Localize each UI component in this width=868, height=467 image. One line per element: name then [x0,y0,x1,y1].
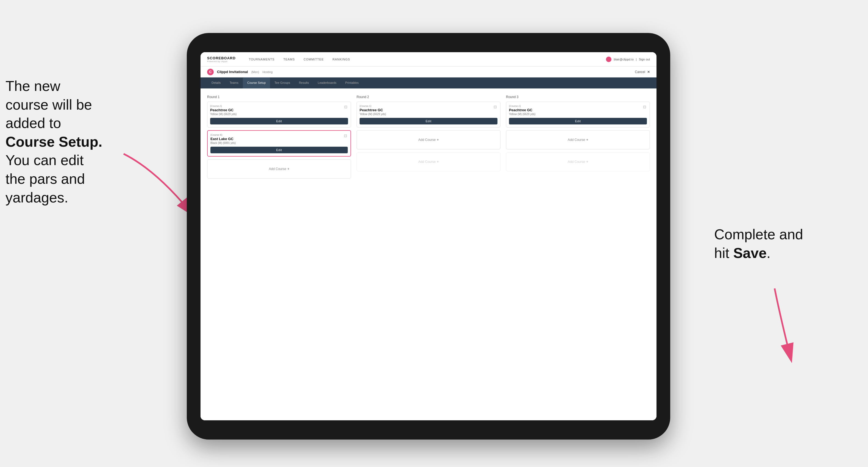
round3-add-course-text: Add Course+ [568,138,588,142]
tab-course-setup[interactable]: Course Setup [243,77,270,89]
nav-teams[interactable]: TEAMS [283,57,295,62]
round1-add-course-text: Add Course+ [269,167,289,171]
avatar [606,57,612,62]
nav-rankings[interactable]: RANKINGS [333,57,350,62]
nav-committee[interactable]: COMMITTEE [304,57,323,62]
round-2-label: Round 2 [356,95,500,99]
left-arrow [102,148,200,225]
tab-leaderboards[interactable]: Leaderboards [313,77,341,89]
round1-course-b-label: (Course B) [210,133,348,136]
annotation-line6: the pars and [5,171,85,187]
user-email: blair@clippd.io [614,58,633,61]
round2-add-course-btn[interactable]: Add Course+ [356,130,500,150]
right-arrow [709,283,802,371]
round3-course-a-edit-btn[interactable]: Edit [509,118,647,124]
annotation-line7: yardages. [5,190,68,206]
sub-tabs: Details Teams Course Setup Tee Groups Re… [200,77,656,89]
main-content: Round 1 ⊡ (Course A) Peachtree GC Yellow… [200,89,656,420]
tab-printables[interactable]: Printables [341,77,363,89]
round1-course-b-name: East Lake GC [210,137,348,141]
left-annotation: The new course will be added to Course S… [5,77,110,207]
round3-course-a-name: Peachtree GC [509,108,647,112]
tab-results[interactable]: Results [294,77,313,89]
round1-course-b-delete-icon[interactable]: ⊡ [343,133,348,138]
round2-add-course-disabled-text: Add Course+ [418,160,439,164]
rounds-container: Round 1 ⊡ (Course A) Peachtree GC Yellow… [207,95,650,181]
tournament-logo: C [207,69,214,75]
round3-add-course-btn[interactable]: Add Course+ [506,130,650,150]
round2-course-a-edit-btn[interactable]: Edit [360,118,497,124]
round2-course-a-card: ⊡ (Course A) Peachtree GC Yellow (M) (66… [356,102,500,127]
round3-course-a-details: Yellow (M) (6629 yds) [509,113,647,116]
tab-details[interactable]: Details [207,77,225,89]
right-annotation: Complete andhit Save. [714,225,830,262]
cancel-button[interactable]: Cancel ✕ [635,70,650,74]
round1-course-b-details: Black (M) (6891 yds) [210,142,348,145]
round2-add-course-disabled: Add Course+ [356,152,500,172]
scoreboard-sub: Powered by clippd [207,60,236,63]
round2-course-a-name: Peachtree GC [360,108,497,112]
round-1-col: Round 1 ⊡ (Course A) Peachtree GC Yellow… [207,95,351,181]
annotation-line5: You can edit [5,152,84,168]
round-3-col: Round 3 ⊡ (Course A) Peachtree GC Yellow… [506,95,650,181]
round1-course-b-card: ⊡ (Course B) East Lake GC Black (M) (689… [207,130,351,157]
round3-add-course-disabled: Add Course+ [506,152,650,172]
round1-course-a-delete-icon[interactable]: ⊡ [344,105,348,109]
round1-course-a-edit-btn[interactable]: Edit [210,118,348,124]
round3-course-a-delete-icon[interactable]: ⊡ [643,105,647,109]
round-2-col: Round 2 ⊡ (Course A) Peachtree GC Yellow… [356,95,500,181]
tournament-name: Clippd Invitational [217,70,248,74]
round1-add-course-btn[interactable]: Add Course+ [207,159,351,179]
nav-tournaments[interactable]: TOURNAMENTS [249,57,275,62]
annotation-line3: added to [5,115,61,131]
tournament-hosting: Hosting [262,70,273,73]
annotation-line2: course will be [5,97,92,113]
round2-course-a-delete-icon[interactable]: ⊡ [493,105,497,109]
tournament-bar: C Clippd Invitational (Men) Hosting Canc… [200,66,656,77]
round-3-label: Round 3 [506,95,650,99]
annotation-line1: The new [5,78,60,94]
round3-course-a-card: ⊡ (Course A) Peachtree GC Yellow (M) (66… [506,102,650,127]
round2-add-course-text: Add Course+ [418,138,439,142]
annotation-complete: Complete andhit Save. [714,226,803,261]
round3-course-a-label: (Course A) [509,105,647,107]
tournament-gender: (Men) [251,70,259,73]
tablet-frame: SCOREBOARD Powered by clippd TOURNAMENTS… [187,33,670,439]
round1-course-a-details: Yellow (M) (6629 yds) [210,113,348,116]
round2-course-a-details: Yellow (M) (6629 yds) [360,113,497,116]
annotation-line4: Course Setup. [5,134,102,150]
separator: | [636,58,637,61]
sign-out-link[interactable]: Sign out [639,58,650,61]
top-nav: SCOREBOARD Powered by clippd TOURNAMENTS… [200,52,656,66]
scoreboard-brand: SCOREBOARD Powered by clippd [207,56,236,63]
tab-tee-groups[interactable]: Tee Groups [270,77,294,89]
scoreboard-title: SCOREBOARD [207,56,236,60]
nav-right: blair@clippd.io | Sign out [606,57,650,62]
round1-course-a-name: Peachtree GC [210,108,348,112]
round1-course-b-edit-btn[interactable]: Edit [210,147,348,153]
round2-course-a-label: (Course A) [360,105,497,107]
round1-course-a-label: (Course A) [210,105,348,107]
round-1-label: Round 1 [207,95,351,99]
round3-add-course-disabled-text: Add Course+ [568,160,588,164]
tablet-screen: SCOREBOARD Powered by clippd TOURNAMENTS… [200,52,656,420]
round1-course-a-card: ⊡ (Course A) Peachtree GC Yellow (M) (66… [207,102,351,127]
tab-teams[interactable]: Teams [225,77,243,89]
